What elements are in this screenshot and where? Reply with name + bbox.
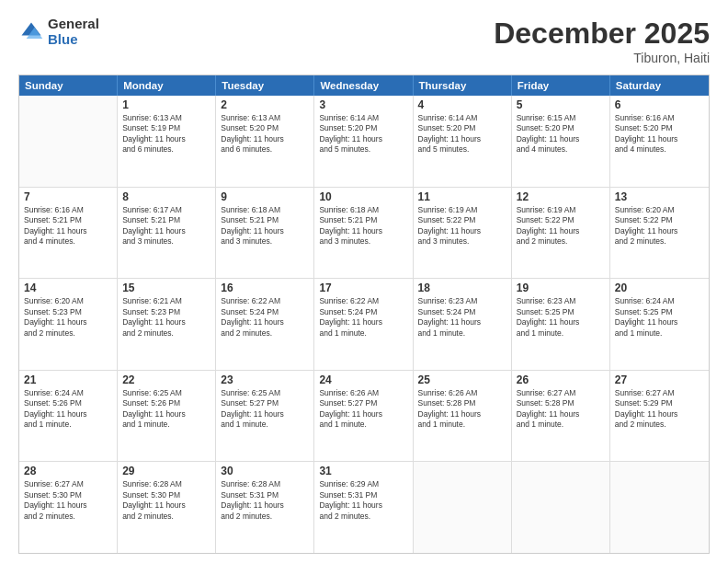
cell-info: Sunrise: 6:16 AMSunset: 5:21 PMDaylight:… xyxy=(24,205,112,247)
cell-info: Sunrise: 6:27 AMSunset: 5:30 PMDaylight:… xyxy=(24,479,112,522)
day-number: 30 xyxy=(221,465,309,477)
day-number: 12 xyxy=(517,190,605,203)
day-number: 1 xyxy=(122,98,210,111)
day-cell-18: 18Sunrise: 6:23 AMSunset: 5:24 PMDayligh… xyxy=(414,279,512,370)
day-cell-10: 10Sunrise: 6:18 AMSunset: 5:21 PMDayligh… xyxy=(314,188,413,279)
cell-info: Sunrise: 6:26 AMSunset: 5:28 PMDaylight:… xyxy=(418,388,506,431)
cell-info: Sunrise: 6:29 AMSunset: 5:31 PMDaylight:… xyxy=(319,479,407,522)
logo-general: General xyxy=(48,17,99,32)
calendar-header: SundayMondayTuesdayWednesdayThursdayFrid… xyxy=(19,75,709,96)
day-cell-16: 16Sunrise: 6:22 AMSunset: 5:24 PMDayligh… xyxy=(216,279,314,370)
day-cell-25: 25Sunrise: 6:26 AMSunset: 5:28 PMDayligh… xyxy=(414,371,512,462)
day-cell-27: 27Sunrise: 6:27 AMSunset: 5:29 PMDayligh… xyxy=(610,371,709,462)
day-cell-3: 3Sunrise: 6:14 AMSunset: 5:20 PMDaylight… xyxy=(314,96,413,187)
cell-info: Sunrise: 6:16 AMSunset: 5:20 PMDaylight:… xyxy=(615,113,704,155)
day-number: 27 xyxy=(615,373,704,386)
cell-info: Sunrise: 6:17 AMSunset: 5:21 PMDaylight:… xyxy=(122,205,210,247)
cell-info: Sunrise: 6:26 AMSunset: 5:27 PMDaylight:… xyxy=(319,388,407,431)
day-cell-31: 31Sunrise: 6:29 AMSunset: 5:31 PMDayligh… xyxy=(314,462,413,553)
day-header-friday: Friday xyxy=(512,75,610,96)
logo-blue: Blue xyxy=(48,32,99,48)
calendar-row-4: 28Sunrise: 6:27 AMSunset: 5:30 PMDayligh… xyxy=(19,461,709,553)
day-number: 23 xyxy=(221,373,309,386)
day-cell-28: 28Sunrise: 6:27 AMSunset: 5:30 PMDayligh… xyxy=(19,462,118,553)
day-number: 18 xyxy=(418,282,506,294)
day-number: 31 xyxy=(319,465,407,477)
day-cell-24: 24Sunrise: 6:26 AMSunset: 5:27 PMDayligh… xyxy=(314,371,413,462)
day-number: 29 xyxy=(122,465,210,477)
title-block: December 2025 Tiburon, Haiti xyxy=(494,17,710,65)
logo-icon xyxy=(18,19,44,45)
day-cell-14: 14Sunrise: 6:20 AMSunset: 5:23 PMDayligh… xyxy=(19,279,118,370)
calendar: SundayMondayTuesdayWednesdayThursdayFrid… xyxy=(18,75,710,554)
cell-info: Sunrise: 6:19 AMSunset: 5:22 PMDaylight:… xyxy=(418,205,506,247)
day-number: 10 xyxy=(319,190,407,203)
month-title: December 2025 xyxy=(494,17,710,51)
day-number: 14 xyxy=(24,282,112,294)
day-cell-11: 11Sunrise: 6:19 AMSunset: 5:22 PMDayligh… xyxy=(414,188,512,279)
cell-info: Sunrise: 6:27 AMSunset: 5:29 PMDaylight:… xyxy=(615,388,704,431)
day-number: 19 xyxy=(517,282,605,294)
cell-info: Sunrise: 6:23 AMSunset: 5:24 PMDaylight:… xyxy=(418,296,506,339)
day-number: 8 xyxy=(122,190,210,203)
day-number: 11 xyxy=(418,190,506,203)
cell-info: Sunrise: 6:28 AMSunset: 5:31 PMDaylight:… xyxy=(221,479,309,522)
day-number: 26 xyxy=(517,373,605,386)
day-cell-9: 9Sunrise: 6:18 AMSunset: 5:21 PMDaylight… xyxy=(216,188,314,279)
calendar-row-1: 7Sunrise: 6:16 AMSunset: 5:21 PMDaylight… xyxy=(19,187,709,279)
cell-info: Sunrise: 6:20 AMSunset: 5:22 PMDaylight:… xyxy=(615,205,704,247)
day-cell-5: 5Sunrise: 6:15 AMSunset: 5:20 PMDaylight… xyxy=(512,96,610,187)
calendar-body: 1Sunrise: 6:13 AMSunset: 5:19 PMDaylight… xyxy=(19,96,709,553)
cell-info: Sunrise: 6:14 AMSunset: 5:20 PMDaylight:… xyxy=(319,113,407,155)
day-number: 4 xyxy=(418,98,506,111)
day-header-tuesday: Tuesday xyxy=(216,75,314,96)
cell-info: Sunrise: 6:28 AMSunset: 5:30 PMDaylight:… xyxy=(122,479,210,522)
cell-info: Sunrise: 6:21 AMSunset: 5:23 PMDaylight:… xyxy=(122,296,210,339)
day-number: 13 xyxy=(615,190,704,203)
page: General Blue December 2025 Tiburon, Hait… xyxy=(0,0,728,563)
day-cell-2: 2Sunrise: 6:13 AMSunset: 5:20 PMDaylight… xyxy=(216,96,314,187)
day-header-monday: Monday xyxy=(118,75,216,96)
day-number: 2 xyxy=(221,98,309,111)
day-cell-12: 12Sunrise: 6:19 AMSunset: 5:22 PMDayligh… xyxy=(512,188,610,279)
day-cell-20: 20Sunrise: 6:24 AMSunset: 5:25 PMDayligh… xyxy=(610,279,709,370)
day-number: 25 xyxy=(418,373,506,386)
day-header-saturday: Saturday xyxy=(610,75,709,96)
day-cell-30: 30Sunrise: 6:28 AMSunset: 5:31 PMDayligh… xyxy=(216,462,314,553)
cell-info: Sunrise: 6:22 AMSunset: 5:24 PMDaylight:… xyxy=(319,296,407,339)
cell-info: Sunrise: 6:19 AMSunset: 5:22 PMDaylight:… xyxy=(517,205,605,247)
cell-info: Sunrise: 6:18 AMSunset: 5:21 PMDaylight:… xyxy=(319,205,407,247)
header: General Blue December 2025 Tiburon, Hait… xyxy=(18,17,710,65)
day-cell-21: 21Sunrise: 6:24 AMSunset: 5:26 PMDayligh… xyxy=(19,371,118,462)
empty-cell xyxy=(19,96,118,187)
day-number: 6 xyxy=(615,98,704,111)
day-header-wednesday: Wednesday xyxy=(314,75,413,96)
cell-info: Sunrise: 6:15 AMSunset: 5:20 PMDaylight:… xyxy=(517,113,605,155)
day-number: 28 xyxy=(24,465,112,477)
day-cell-17: 17Sunrise: 6:22 AMSunset: 5:24 PMDayligh… xyxy=(314,279,413,370)
calendar-row-3: 21Sunrise: 6:24 AMSunset: 5:26 PMDayligh… xyxy=(19,370,709,462)
day-number: 22 xyxy=(122,373,210,386)
day-cell-7: 7Sunrise: 6:16 AMSunset: 5:21 PMDaylight… xyxy=(19,188,118,279)
day-number: 16 xyxy=(221,282,309,294)
empty-cell xyxy=(414,462,512,553)
logo-text: General Blue xyxy=(48,17,99,47)
day-number: 17 xyxy=(319,282,407,294)
location-subtitle: Tiburon, Haiti xyxy=(494,51,710,65)
day-cell-1: 1Sunrise: 6:13 AMSunset: 5:19 PMDaylight… xyxy=(118,96,216,187)
cell-info: Sunrise: 6:24 AMSunset: 5:25 PMDaylight:… xyxy=(615,296,704,339)
cell-info: Sunrise: 6:22 AMSunset: 5:24 PMDaylight:… xyxy=(221,296,309,339)
cell-info: Sunrise: 6:13 AMSunset: 5:19 PMDaylight:… xyxy=(122,113,210,155)
day-number: 5 xyxy=(517,98,605,111)
day-number: 9 xyxy=(221,190,309,203)
cell-info: Sunrise: 6:20 AMSunset: 5:23 PMDaylight:… xyxy=(24,296,112,339)
day-cell-26: 26Sunrise: 6:27 AMSunset: 5:28 PMDayligh… xyxy=(512,371,610,462)
day-cell-4: 4Sunrise: 6:14 AMSunset: 5:20 PMDaylight… xyxy=(414,96,512,187)
day-header-thursday: Thursday xyxy=(414,75,512,96)
cell-info: Sunrise: 6:24 AMSunset: 5:26 PMDaylight:… xyxy=(24,388,112,431)
day-number: 20 xyxy=(615,282,704,294)
logo: General Blue xyxy=(18,17,99,47)
calendar-row-2: 14Sunrise: 6:20 AMSunset: 5:23 PMDayligh… xyxy=(19,278,709,370)
day-header-sunday: Sunday xyxy=(19,75,118,96)
day-cell-19: 19Sunrise: 6:23 AMSunset: 5:25 PMDayligh… xyxy=(512,279,610,370)
